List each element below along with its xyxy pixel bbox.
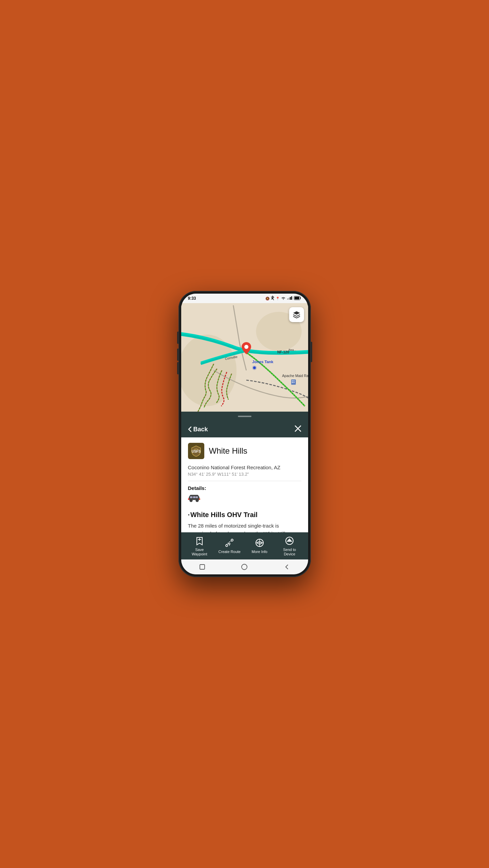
more-info-button[interactable]: More Info [248,537,271,554]
send-to-device-label: Send toDevice [283,548,296,556]
svg-text:NF-120: NF-120 [277,350,289,354]
back-label: Back [193,426,208,433]
location-icon: 📍 [276,297,280,300]
status-bar: 9:33 🔕 📍 [181,294,308,303]
svg-rect-15 [293,380,294,381]
svg-point-21 [244,345,248,349]
back-button[interactable]: Back [188,426,208,433]
vehicle-icon [188,494,301,506]
trail-title: White Hills OHV Trail [188,511,301,519]
svg-rect-16 [292,382,293,383]
svg-rect-41 [200,565,205,569]
svg-point-34 [226,545,228,547]
svg-rect-25 [190,496,192,498]
panel-header: Back [181,421,308,437]
svg-point-42 [242,564,247,570]
close-button[interactable] [295,425,301,433]
place-header: USFS White Hills [188,443,301,459]
map-pin [242,342,251,356]
svg-text:USFS: USFS [191,450,201,453]
phone-screen: 9:33 🔕 📍 [181,294,308,574]
svg-rect-14 [292,380,293,381]
map-area[interactable]: NF-120 Cornville Bea... [181,303,308,412]
details-label: Details: [188,485,301,491]
action-bar: SaveWaypoint Create Route [181,532,308,559]
svg-rect-0 [287,298,288,300]
phone-frame: 9:33 🔕 📍 [178,291,311,577]
drag-handle[interactable] [181,412,308,421]
nav-home-button[interactable] [240,562,249,572]
create-route-button[interactable]: Create Route [218,537,241,554]
svg-rect-32 [188,498,189,500]
battery-icon [294,296,301,301]
svg-rect-3 [291,296,292,300]
save-waypoint-button[interactable]: SaveWaypoint [188,535,211,556]
svg-point-31 [196,500,198,501]
place-location: Coconino National Forest Recreation, AZ [188,465,301,470]
signal-icon [287,296,293,300]
bluetooth-icon [271,296,274,301]
trail-desc: The 28 miles of motorized single-track i… [188,522,301,532]
save-waypoint-icon [194,535,205,546]
panel-content: USFS White Hills Coconino National Fores… [181,437,308,532]
more-info-label: More Info [252,550,267,554]
status-time: 9:33 [188,296,196,301]
drag-bar [238,416,251,417]
svg-text:Apache Maid Ranch: Apache Maid Ranch [282,374,308,378]
wifi-icon [281,296,286,300]
nav-recent-button[interactable] [198,562,207,572]
create-route-label: Create Route [219,550,241,554]
svg-rect-26 [193,496,195,498]
more-info-icon [254,537,265,548]
svg-point-29 [190,500,192,501]
status-icons: 🔕 📍 [265,296,301,301]
svg-rect-17 [293,382,294,383]
svg-rect-1 [288,298,289,300]
nav-back-button[interactable] [282,562,291,572]
place-name: White Hills [209,446,247,456]
silent-icon: 🔕 [265,297,269,300]
layer-button[interactable] [289,307,304,322]
svg-point-20 [253,367,256,369]
save-waypoint-label: SaveWaypoint [192,548,207,556]
svg-rect-33 [199,498,200,500]
svg-text:Bea...: Bea... [288,348,296,352]
svg-rect-13 [291,379,296,384]
create-route-icon [224,537,235,548]
usfs-badge: USFS [188,443,204,459]
svg-rect-27 [196,496,198,498]
send-to-device-icon [284,535,295,546]
svg-text:Jones Tank: Jones Tank [252,360,274,364]
android-nav-bar [181,559,308,574]
svg-rect-2 [290,297,291,300]
send-to-device-button[interactable]: Send toDevice [278,535,301,556]
place-coords: N34° 41' 25.9" W111° 51' 13.2" [188,472,301,481]
svg-rect-5 [295,297,299,299]
